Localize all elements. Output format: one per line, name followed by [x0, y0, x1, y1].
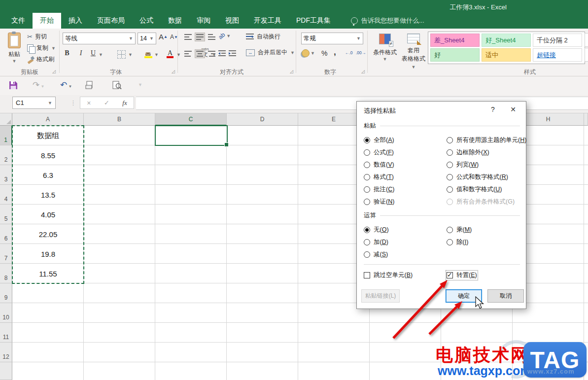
conditional-formatting-dropdown-arrow[interactable]: ▼ — [371, 57, 399, 62]
print-preview-button[interactable] — [85, 81, 95, 92]
row-header-6[interactable]: 6 — [0, 224, 12, 244]
font-color-dropdown-arrow[interactable]: ▼ — [176, 52, 181, 57]
font-size-combo[interactable]: 14▼ — [138, 33, 156, 44]
dialog-close-button[interactable]: ✕ — [509, 105, 518, 113]
radio-paste-column-widths[interactable]: 列宽(W) — [447, 161, 479, 169]
row-header-12[interactable]: 12 — [0, 343, 12, 362]
cell-a4[interactable]: 13.5 — [12, 185, 84, 205]
row-header-9[interactable]: 9 — [0, 283, 12, 303]
wrap-text-button[interactable]: 自动换行 — [246, 33, 280, 41]
cell-a2[interactable]: 8.55 — [12, 145, 84, 165]
checkbox-skip-blanks[interactable]: 跳过空单元(B) — [364, 271, 413, 279]
cell-a5[interactable]: 4.05 — [12, 205, 84, 224]
copy-button[interactable]: 复制 ▼ — [27, 44, 56, 52]
insert-function-icon[interactable]: fx — [122, 99, 127, 107]
align-top-button[interactable] — [183, 33, 193, 41]
row-header-13-partial[interactable] — [0, 362, 12, 380]
column-header-partial[interactable] — [584, 113, 588, 126]
tab-data[interactable]: 数据 — [161, 13, 189, 29]
style-swatch-good-sheet4[interactable]: 好_Sheet4 — [482, 34, 531, 47]
tab-page-layout[interactable]: 页面布局 — [90, 13, 132, 29]
fill-handle[interactable] — [224, 142, 229, 147]
fill-color-dropdown-arrow[interactable]: ▼ — [154, 52, 159, 57]
radio-paste-comments[interactable]: 批注(C) — [364, 185, 394, 194]
format-as-table-button[interactable]: 套用 表格格式 ▼ — [399, 33, 428, 70]
checkbox-transpose[interactable]: 转置(E) — [447, 271, 477, 279]
increase-decimal-button[interactable]: ←.0 — [345, 50, 353, 55]
radio-paste-values[interactable]: 数值(V) — [364, 161, 394, 169]
row-header-11[interactable]: 11 — [0, 323, 12, 343]
tell-me-box[interactable]: 告诉我您想要做什么... — [351, 13, 424, 29]
radio-op-multiply[interactable]: 乘(M) — [447, 226, 472, 234]
row-header-7[interactable]: 7 — [0, 244, 12, 264]
align-center-button[interactable] — [195, 49, 205, 58]
number-format-combo[interactable]: 常规▼ — [301, 33, 363, 44]
radio-paste-source-theme[interactable]: 所有使用源主题的单元(H) — [447, 136, 526, 144]
conditional-formatting-button[interactable]: 条件格式 ▼ — [371, 33, 399, 62]
redo-button[interactable]: ↷ ▼ — [33, 80, 44, 90]
cancel-button[interactable]: 取消 — [487, 289, 524, 303]
tab-home[interactable]: 开始 — [33, 13, 61, 29]
qat-customize-arrow[interactable]: ▼ — [138, 82, 142, 87]
paste-button[interactable]: 粘贴 ▼ — [4, 32, 25, 64]
style-swatch-good[interactable]: 好 — [430, 48, 480, 62]
style-swatch-hyperlink[interactable]: 超链接 — [533, 48, 582, 62]
row-header-8[interactable]: 8 — [0, 264, 12, 283]
active-cell-selection[interactable] — [155, 125, 228, 146]
tab-insert[interactable]: 插入 — [61, 13, 90, 29]
row-header-10[interactable]: 10 — [0, 303, 12, 323]
preview-zoom-button[interactable] — [112, 81, 122, 92]
decrease-indent-button[interactable] — [218, 49, 226, 58]
font-color-button[interactable]: A — [166, 48, 174, 58]
cell-a8[interactable]: 11.55 — [12, 264, 84, 283]
cancel-entry-icon[interactable]: × — [87, 99, 91, 107]
align-left-button[interactable] — [183, 49, 193, 58]
paste-dropdown-arrow[interactable]: ▼ — [4, 59, 25, 64]
style-swatch-bad-sheet4[interactable]: 差_Sheet4 — [430, 34, 480, 47]
shrink-font-button[interactable]: A▼ — [170, 34, 178, 40]
row-header-2[interactable]: 2 — [0, 145, 12, 165]
increase-indent-button[interactable] — [229, 49, 236, 58]
radio-paste-no-borders[interactable]: 边框除外(X) — [447, 148, 489, 157]
align-middle-button[interactable] — [195, 33, 205, 41]
grow-font-button[interactable]: A▲ — [159, 33, 168, 41]
copy-dropdown-arrow[interactable]: ▼ — [51, 46, 56, 51]
radio-paste-values-number-formats[interactable]: 值和数字格式(U) — [447, 185, 502, 194]
tab-developer[interactable]: 开发工具 — [246, 13, 289, 29]
accounting-format-button[interactable]: ▼ — [302, 49, 315, 57]
number-format-dropdown-arrow[interactable]: ▼ — [356, 36, 361, 41]
accounting-dropdown-arrow[interactable]: ▼ — [311, 51, 315, 56]
italic-button[interactable]: I — [78, 49, 84, 57]
cell-a6[interactable]: 22.05 — [12, 224, 84, 244]
row-header-5[interactable]: 5 — [0, 205, 12, 224]
radio-paste-formulas-number-formats[interactable]: 公式和数字格式(R) — [447, 173, 508, 181]
name-box-dropdown-arrow[interactable]: ▼ — [48, 101, 52, 105]
clipboard-dialog-launcher[interactable]: ◿ — [52, 69, 56, 74]
name-box[interactable]: C1 ▼ — [12, 97, 56, 109]
undo-button[interactable]: ↶ ▼ — [60, 80, 72, 90]
select-all-corner[interactable] — [0, 113, 12, 126]
radio-paste-formats[interactable]: 格式(T) — [364, 173, 394, 181]
cell-a1[interactable]: 数据组 — [12, 126, 84, 145]
column-header-d[interactable]: D — [227, 113, 298, 126]
radio-op-subtract[interactable]: 减(S) — [364, 250, 388, 259]
enter-entry-icon[interactable]: ✓ — [104, 99, 109, 106]
comma-style-button[interactable]: , — [334, 47, 336, 57]
radio-op-add[interactable]: 加(D) — [364, 238, 388, 246]
borders-dropdown-arrow[interactable]: ▼ — [128, 52, 133, 57]
alignment-dialog-launcher[interactable]: ◿ — [290, 69, 293, 74]
style-swatch-comma2[interactable]: 千位分隔 2 — [533, 34, 582, 47]
number-dialog-launcher[interactable]: ◿ — [361, 69, 365, 74]
align-bottom-button[interactable] — [207, 33, 216, 41]
radio-paste-formulas[interactable]: 公式(F) — [364, 148, 394, 157]
orientation-dropdown-arrow[interactable]: ▼ — [226, 34, 231, 38]
dialog-help-button[interactable]: ? — [489, 105, 497, 113]
merge-center-button[interactable]: ↔ 合并后居中 ▼ — [246, 48, 295, 57]
save-button[interactable] — [9, 81, 18, 92]
radio-op-none[interactable]: 无(O) — [364, 226, 389, 234]
tab-view[interactable]: 视图 — [218, 13, 246, 29]
underline-dropdown-arrow[interactable]: ▼ — [99, 52, 103, 57]
format-as-table-dropdown-arrow[interactable]: ▼ — [412, 65, 416, 69]
font-dialog-launcher[interactable]: ◿ — [172, 69, 175, 74]
bold-button[interactable]: B — [63, 49, 71, 57]
